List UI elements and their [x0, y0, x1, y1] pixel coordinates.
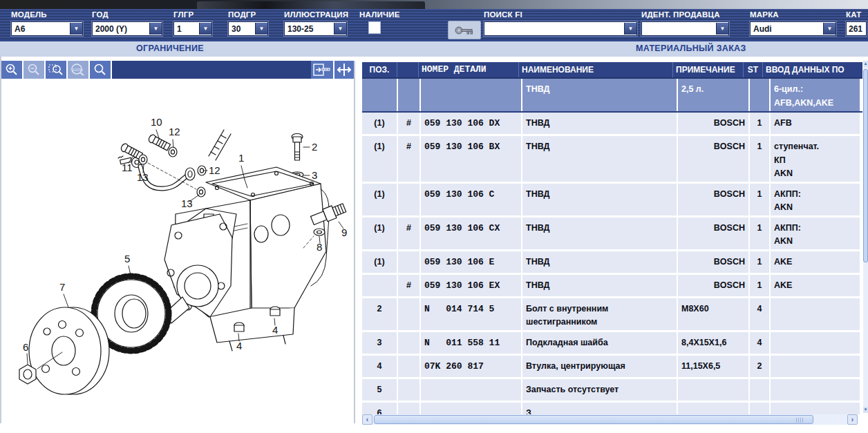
table-cell: 059 130 106 BX [421, 136, 521, 182]
table-cell: ТНВД [522, 79, 677, 111]
header-flag[interactable] [397, 62, 418, 77]
chevron-down-icon[interactable]: ▼ [716, 23, 728, 35]
table-row[interactable]: #059 130 106 EXТНВДBOSCH1AKE [362, 275, 862, 298]
table-cell: 1 [750, 184, 769, 215]
callout-number: 4 [236, 340, 242, 352]
table-row[interactable]: 407K 260 817Втулка, центрирующая11,15X6,… [362, 356, 862, 379]
horizontal-scrollbar-thumb[interactable] [374, 415, 813, 424]
table-cell: N 011 558 11 [421, 332, 521, 354]
table-row[interactable]: (1)#059 130 106 BXТНВДBOSCH1ступенчат. К… [362, 136, 862, 184]
zoom-area-button[interactable] [46, 61, 66, 79]
parts-list-button[interactable] [311, 61, 333, 79]
header-part-number[interactable]: НОМЕР ДЕТАЛИ [418, 62, 518, 77]
zoom-100-button[interactable]: 100% [68, 61, 88, 79]
table-header: ПОЗ. НОМЕР ДЕТАЛИ НАИМЕНОВАНИЕ ПРИМЕЧАНИ… [362, 62, 862, 79]
table-row[interactable]: 5Запчасть отсутствует [362, 379, 862, 403]
header-name[interactable]: НАИМЕНОВАНИЕ [518, 62, 672, 77]
subgroup-select[interactable]: 30 ▼ [228, 21, 268, 36]
chevron-down-icon[interactable]: ▼ [70, 23, 82, 35]
vertical-scrollbar[interactable]: ▲ ▼ [863, 61, 868, 413]
toolbar-spacer [112, 61, 311, 79]
availability-checkbox[interactable] [368, 21, 381, 34]
fit-width-button[interactable] [334, 61, 354, 79]
header-note[interactable]: ПРИМЕЧАНИЕ [672, 62, 743, 77]
zoom-in-icon [5, 63, 19, 77]
maingroup-field: ГЛГР 1 ▼ [173, 10, 212, 36]
scroll-down-arrow[interactable]: ▼ [863, 407, 868, 413]
header-data-entry[interactable]: ВВОД ДАННЫХ ПО [762, 62, 851, 77]
table-cell: 4 [750, 298, 769, 330]
subgroup-field: ПОДГР 30 ▼ [228, 10, 268, 36]
table-row[interactable]: 3N 011 558 11Подкладная шайба8,4X15X1,64 [362, 332, 862, 356]
table-cell: AFB [771, 113, 860, 134]
zoom-100-icon: 100% [69, 63, 87, 77]
model-label: МОДЕЛЬ [11, 10, 83, 19]
fi-search-select[interactable]: ▼ [484, 21, 637, 36]
table-cell: BOSCH [678, 251, 748, 273]
table-cell [398, 332, 419, 354]
table-cell: 07K 260 817 [421, 356, 521, 377]
table-row[interactable]: (1)059 130 106 CТНВДBOSCH1АКПП: AKN [362, 184, 862, 218]
key-icon [455, 26, 474, 35]
table-cell: 059 130 106 CX [421, 218, 521, 249]
table-cell: # [398, 218, 419, 249]
year-select[interactable]: 2000 (Y) ▼ [92, 21, 162, 36]
illustration-panel: 100% [1, 61, 355, 423]
header-pos[interactable]: ПОЗ. [362, 62, 397, 77]
zoom-out-button[interactable] [23, 61, 44, 79]
table-cell: 059 130 106 EX [421, 275, 521, 296]
car-photo-strip [0, 0, 868, 9]
table-cell: (1) [362, 136, 397, 182]
table-cell: 1 [750, 251, 769, 273]
table-cell: BOSCH [678, 136, 748, 182]
table-cell: ТНВД [522, 113, 677, 134]
chevron-down-icon[interactable]: ▼ [624, 23, 636, 35]
technical-drawing[interactable]: 1012111312131239857644 [1, 79, 352, 423]
scroll-left-arrow[interactable]: ‹ [362, 414, 372, 425]
chevron-down-icon[interactable]: ▼ [334, 23, 346, 35]
table-cell: (1) [362, 218, 397, 249]
table-cell: (1) [362, 184, 397, 215]
model-select[interactable]: A6 ▼ [11, 21, 83, 36]
table-cell [678, 379, 748, 401]
brand-select[interactable]: Audi ▼ [750, 21, 836, 36]
chevron-down-icon[interactable]: ▼ [255, 23, 267, 35]
table-cell [398, 184, 419, 215]
bolt-2 [292, 134, 303, 161]
callout-number: 12 [169, 126, 180, 137]
table-row[interactable]: (1)059 130 106 EТНВДBOSCH1AKE [362, 251, 862, 275]
table-cell [362, 275, 397, 296]
material-order-link[interactable]: МАТЕРИАЛЬНЫЙ ЗАКАЗ [636, 44, 746, 53]
table-row[interactable]: 6З [362, 403, 862, 415]
chevron-down-icon[interactable]: ▼ [823, 23, 836, 35]
table-cell [771, 332, 860, 354]
callout-number: 6 [23, 341, 28, 353]
table-cell: 059 130 106 DX [421, 113, 521, 134]
fi-key-button[interactable] [448, 21, 481, 39]
table-row[interactable]: (1)#059 130 106 CXТНВДBOSCH1АКПП: AKN [362, 218, 862, 251]
restriction-link[interactable]: ОГРАНИЧЕНИЕ [136, 44, 204, 53]
illustration-toolbar: 100% [1, 61, 354, 79]
maingroup-select[interactable]: 1 ▼ [173, 21, 212, 36]
chevron-down-icon[interactable]: ▼ [149, 23, 162, 35]
horizontal-scrollbar[interactable]: ‹ › [362, 414, 857, 425]
table-cell: BOSCH [678, 275, 748, 296]
table-body: ТНВД2,5 л.6-цил.: AFB,AKN,AKE(1)#059 130… [362, 79, 862, 414]
table-row[interactable]: ТНВД2,5 л.6-цил.: AFB,AKN,AKE [362, 79, 862, 113]
zoom-in-button[interactable] [1, 61, 22, 79]
table-row[interactable]: (1)#059 130 106 DXТНВДBOSCH1AFB [362, 113, 862, 136]
table-cell [771, 379, 860, 401]
scroll-up-arrow[interactable]: ▲ [863, 61, 868, 67]
table-cell: 059 130 106 C [421, 184, 521, 215]
vertical-scrollbar-thumb[interactable] [863, 69, 868, 262]
table-cell: 4 [750, 332, 769, 354]
scroll-right-arrow[interactable]: › [847, 414, 858, 425]
catalog-value: 261 [846, 21, 867, 36]
illustration-select[interactable]: 130-25 ▼ [284, 21, 347, 36]
dealer-id-select[interactable]: ▼ [641, 21, 729, 36]
header-st[interactable]: ST [743, 62, 762, 77]
chevron-down-icon[interactable]: ▼ [199, 23, 211, 35]
callout-number: 9 [341, 227, 347, 238]
table-row[interactable]: 2N 014 714 5Болт с внутренним шестигранн… [362, 298, 862, 332]
find-part-button[interactable] [90, 61, 111, 79]
